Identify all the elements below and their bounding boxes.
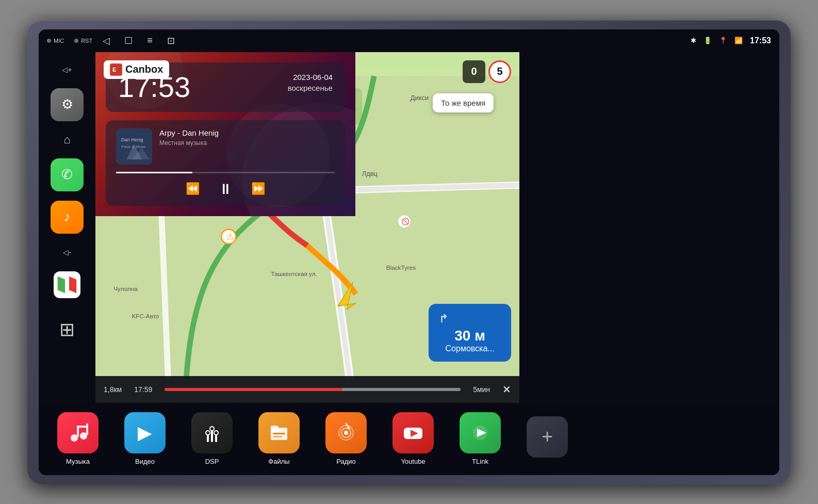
clock-date: 2023-06-04 <box>288 73 333 82</box>
turn-instruction-box: ↱ 30 м Сормовска... <box>429 304 511 362</box>
clock-day: воскресенье <box>288 84 333 92</box>
app-dsp-label: DSP <box>205 458 219 465</box>
app-video-icon: ▶ <box>124 412 166 453</box>
nav-rect-icon[interactable]: ☐ <box>124 35 133 46</box>
app-radio-icon <box>325 412 367 453</box>
app-radio[interactable]: Радио <box>315 412 377 465</box>
app-dsp-icon <box>191 412 233 453</box>
app-add[interactable]: + <box>516 416 578 462</box>
sidebar-vol-down[interactable]: ◁- <box>58 243 76 262</box>
app-video-label: Видео <box>135 458 155 465</box>
mic-label: MIC <box>47 38 64 44</box>
screen: MIC RST ◁ ☐ ≡ ⊡ ✱ 🔋 📍 📶 17:53 <box>39 29 779 475</box>
svg-text:🚫: 🚫 <box>401 217 410 225</box>
app-music-icon <box>57 412 99 453</box>
bluetooth-icon: ✱ <box>691 37 696 44</box>
music-icon: ♪ <box>64 209 71 225</box>
svg-text:Дикси: Дикси <box>411 94 429 102</box>
map-area: парк Двенадцати лучей МВА им. К.И. Скряб… <box>95 52 779 403</box>
map-progress-bar <box>165 388 461 391</box>
turn-direction: ↱ <box>439 312 501 326</box>
music-info: Dan Henig Fleur & Muse Arpy - Dan Henig <box>116 128 335 165</box>
music-pause-button[interactable]: ⏸ <box>218 181 233 198</box>
turn-distance: 30 м <box>439 328 501 344</box>
status-bar-nav: ◁ ☐ ≡ ⊡ <box>103 35 175 46</box>
svg-point-44 <box>215 431 218 434</box>
current-speed: 0 <box>463 60 485 83</box>
turn-street: Сормовска... <box>439 344 501 353</box>
svg-point-43 <box>210 427 214 430</box>
app-tlink[interactable]: TLink <box>449 412 511 465</box>
sidebar-music-button[interactable]: ♪ <box>51 201 84 234</box>
svg-rect-52 <box>273 436 282 437</box>
map-duration: 5мин <box>473 385 490 394</box>
svg-point-55 <box>344 431 348 435</box>
main-content: ◁+ ⚙ ⌂ ✆ ♪ ◁- <box>39 52 779 403</box>
svg-rect-50 <box>271 426 279 430</box>
svg-rect-37 <box>86 424 88 435</box>
music-progress-bar[interactable] <box>116 172 335 173</box>
nav-tooltip: То же время <box>433 93 494 112</box>
app-add-icon: + <box>527 416 568 458</box>
svg-point-42 <box>206 431 209 434</box>
svg-point-34 <box>71 434 78 442</box>
app-files[interactable]: Файлы <box>248 412 310 465</box>
nav-screen-icon[interactable]: ⊡ <box>167 35 175 46</box>
app-files-label: Файлы <box>268 458 289 465</box>
speed-limit: 5 <box>488 60 511 83</box>
svg-text:KFC-Авто: KFC-Авто <box>132 313 159 319</box>
canbox-logo-icon: E <box>110 63 122 76</box>
sidebar: ◁+ ⚙ ⌂ ✆ ♪ ◁- <box>39 52 95 403</box>
app-tlink-label: TLink <box>472 458 488 465</box>
svg-text:E: E <box>112 67 116 73</box>
sidebar-vol-up[interactable]: ◁+ <box>58 60 76 79</box>
status-bar: MIC RST ◁ ☐ ≡ ⊡ ✱ 🔋 📍 📶 17:53 <box>39 29 779 52</box>
sidebar-home-button[interactable]: ⌂ <box>58 131 76 149</box>
app-video[interactable]: ▶ Видео <box>114 412 176 465</box>
svg-text:BlackTyres: BlackTyres <box>386 264 416 271</box>
clock-date-info: 2023-06-04 воскресенье <box>288 73 333 92</box>
map-bottom-bar: 1,8км 17:59 5мин ✕ <box>95 376 519 403</box>
music-progress-fill <box>116 172 192 173</box>
svg-rect-38 <box>77 426 88 428</box>
map-distance-total: 1,8км <box>104 385 122 394</box>
map-progress-fill <box>165 388 461 391</box>
app-files-icon <box>258 412 300 453</box>
music-forward-button[interactable]: ⏩ <box>251 182 265 196</box>
rst-dot <box>74 39 78 43</box>
svg-text:⚠: ⚠ <box>226 232 234 241</box>
app-youtube[interactable]: Youtube <box>382 412 444 465</box>
app-youtube-icon <box>392 412 434 453</box>
map-close-button[interactable]: ✕ <box>502 383 511 396</box>
home-icon: ⌂ <box>63 133 70 147</box>
location-icon: 📍 <box>719 37 727 44</box>
sidebar-maps-button[interactable] <box>51 271 84 304</box>
svg-text:Dan Henig: Dan Henig <box>121 137 143 142</box>
svg-text:Чулолна: Чулолна <box>113 285 138 292</box>
map-arrival-time: 17:59 <box>134 385 152 394</box>
app-music[interactable]: Музыка <box>47 412 109 465</box>
nav-back-icon[interactable]: ◁ <box>103 35 110 46</box>
grid-icon: ⊞ <box>59 319 75 340</box>
music-text: Arpy - Dan Henig Местная музыка <box>159 128 335 147</box>
svg-text:Лдвц: Лдвц <box>362 170 378 177</box>
app-dsp[interactable]: DSP <box>181 412 243 465</box>
svg-text:Ташкентская ул.: Ташкентская ул. <box>271 270 317 277</box>
apps-bar: Музыка ▶ Видео <box>39 403 779 475</box>
music-source: Местная музыка <box>159 139 335 147</box>
canbox-logo: E Canbox <box>104 60 169 79</box>
sidebar-phone-button[interactable]: ✆ <box>51 158 84 191</box>
sidebar-settings-button[interactable]: ⚙ <box>51 88 84 121</box>
maps-icon <box>54 271 80 303</box>
music-rewind-button[interactable]: ⏪ <box>186 182 200 196</box>
canbox-brand-text: Canbox <box>125 63 163 75</box>
battery-icon: 🔋 <box>704 37 712 44</box>
speed-indicators: 0 5 <box>463 60 511 83</box>
music-artist: Arpy - Dan Henig <box>159 128 335 137</box>
phone-icon: ✆ <box>61 167 73 183</box>
app-youtube-label: Youtube <box>401 458 425 465</box>
music-widget: Dan Henig Fleur & Muse Arpy - Dan Henig <box>106 120 345 206</box>
nav-menu-icon[interactable]: ≡ <box>147 35 153 46</box>
sidebar-grid-button[interactable]: ⊞ <box>51 313 84 346</box>
svg-rect-51 <box>273 433 285 434</box>
